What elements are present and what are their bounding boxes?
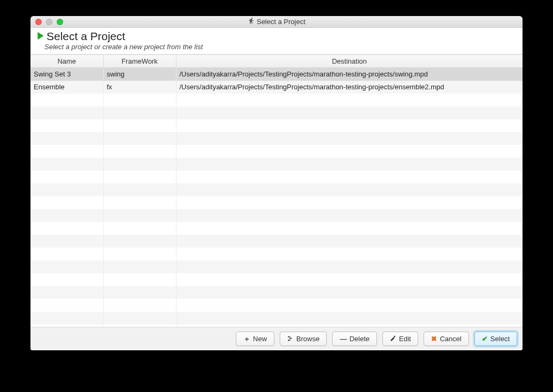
cell-empty	[30, 94, 103, 106]
table-row[interactable]: Ensemblefx/Users/adityakarra/Projects/Te…	[30, 81, 523, 94]
cell-empty	[30, 171, 103, 183]
cancel-button[interactable]: ✖ Cancel	[424, 332, 468, 346]
cell-empty	[176, 286, 523, 299]
cell-empty	[30, 222, 103, 235]
cell-empty	[176, 222, 523, 235]
table-row-empty[interactable]	[30, 299, 523, 312]
cell-empty	[103, 299, 176, 312]
cell-empty	[103, 132, 176, 145]
cell-empty	[176, 248, 523, 260]
delete-button-label: Delete	[349, 335, 370, 343]
plus-icon: ＋	[243, 335, 250, 342]
cell-empty	[103, 106, 176, 119]
cell-empty	[103, 235, 176, 248]
table-row-empty[interactable]	[30, 106, 523, 119]
select-button[interactable]: ✔ Select	[474, 332, 517, 346]
cell-empty	[103, 209, 176, 222]
col-name[interactable]: Name	[30, 55, 103, 68]
cell-empty	[30, 312, 103, 325]
zoom-icon[interactable]	[57, 19, 63, 25]
cell-empty	[30, 299, 103, 312]
table-row-empty[interactable]	[30, 209, 523, 222]
table-row-empty[interactable]	[30, 171, 523, 183]
delete-button[interactable]: — Delete	[332, 332, 377, 346]
col-framework[interactable]: FrameWork	[103, 55, 176, 68]
dialog-header: Select a Project Select a project or cre…	[30, 28, 523, 55]
cell-empty	[103, 312, 176, 325]
cell-empty	[103, 158, 176, 171]
table-row-empty[interactable]	[30, 286, 523, 299]
cell-empty	[176, 260, 523, 273]
table-row-empty[interactable]	[30, 132, 523, 145]
cell-empty	[176, 312, 523, 325]
cell-empty	[103, 248, 176, 260]
cell-empty	[176, 94, 523, 106]
cell-empty	[103, 145, 176, 158]
table-row-empty[interactable]	[30, 260, 523, 273]
close-icon[interactable]	[35, 19, 42, 25]
table-row-empty[interactable]	[30, 312, 523, 325]
edit-button-label: Edit	[399, 335, 411, 343]
button-bar: ＋ New Browse — Delete Edit ✖ Cancel ✔ Se…	[30, 327, 523, 350]
cell-empty	[30, 132, 103, 145]
project-table-scroll[interactable]: Name FrameWork Destination Swing Set 3sw…	[30, 55, 523, 327]
cell-empty	[30, 145, 103, 158]
select-button-label: Select	[490, 335, 510, 343]
table-row-empty[interactable]	[30, 183, 523, 196]
table-header-row: Name FrameWork Destination	[30, 55, 523, 68]
table-row[interactable]: Swing Set 3swing/Users/adityakarra/Proje…	[30, 68, 523, 81]
cell-empty	[30, 273, 103, 286]
table-row-empty[interactable]	[30, 158, 523, 171]
cell-empty	[30, 235, 103, 248]
cell-empty	[176, 196, 523, 209]
cell-empty	[176, 273, 523, 286]
cancel-icon: ✖	[431, 335, 437, 342]
table-row-empty[interactable]	[30, 196, 523, 209]
table-row-empty[interactable]	[30, 94, 523, 106]
new-button[interactable]: ＋ New	[236, 332, 274, 346]
cell-empty	[103, 196, 176, 209]
cell-empty	[103, 183, 176, 196]
col-destination[interactable]: Destination	[176, 55, 523, 68]
table-row-empty[interactable]	[30, 273, 523, 286]
cell-empty	[103, 286, 176, 299]
cell-empty	[30, 209, 103, 222]
dialog-window: Select a Project Select a Project Select…	[30, 16, 523, 350]
cell-empty	[30, 248, 103, 260]
edit-icon	[390, 335, 396, 343]
table-row-empty[interactable]	[30, 222, 523, 235]
browse-button[interactable]: Browse	[280, 332, 327, 346]
minimize-icon[interactable]	[46, 19, 52, 25]
cell-empty	[30, 158, 103, 171]
table-row-empty[interactable]	[30, 248, 523, 260]
cell-empty	[176, 171, 523, 183]
table-row-empty[interactable]	[30, 119, 523, 132]
cell-empty	[176, 235, 523, 248]
cell-empty	[30, 183, 103, 196]
cell-empty	[103, 222, 176, 235]
cancel-button-label: Cancel	[440, 335, 461, 343]
cell-destination: /Users/adityakarra/Projects/TestingProje…	[176, 68, 523, 81]
cell-empty	[30, 106, 103, 119]
table-row-empty[interactable]	[30, 235, 523, 248]
page-subtitle: Select a project or create a new project…	[44, 43, 516, 51]
window-title: Select a Project	[257, 18, 305, 26]
new-button-label: New	[253, 335, 267, 343]
titlebar[interactable]: Select a Project	[30, 16, 523, 28]
table-row-empty[interactable]	[30, 145, 523, 158]
cell-empty	[176, 299, 523, 312]
tree-icon	[287, 335, 294, 343]
cell-empty	[176, 183, 523, 196]
cell-name: Ensemble	[30, 81, 103, 94]
traffic-lights	[35, 19, 63, 25]
cell-empty	[176, 158, 523, 171]
cell-empty	[176, 145, 523, 158]
cell-empty	[103, 119, 176, 132]
cell-empty	[103, 260, 176, 273]
page-title: Select a Project	[47, 30, 125, 43]
cell-empty	[30, 286, 103, 299]
edit-button[interactable]: Edit	[382, 332, 418, 346]
check-icon: ✔	[482, 335, 488, 342]
project-table: Name FrameWork Destination Swing Set 3sw…	[30, 55, 523, 325]
cell-framework: fx	[103, 81, 176, 94]
